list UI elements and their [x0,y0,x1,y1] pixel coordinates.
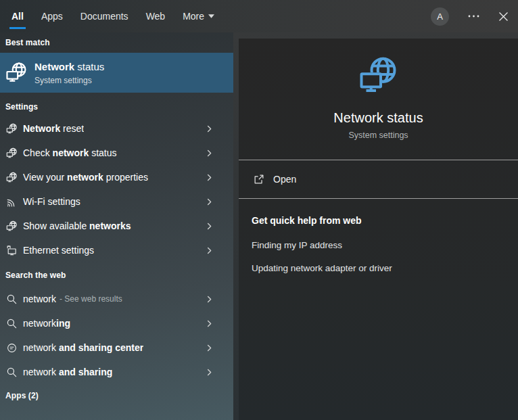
search-icon [6,294,18,305]
apps-section-header: Apps (2) [0,384,233,406]
result-suffix: - See web results [60,294,122,304]
preview-title: Network status [239,110,518,126]
tab-label: More [183,11,204,22]
result-row[interactable]: Show available networks [0,214,233,238]
best-match-result[interactable]: Network status System settings [0,53,233,93]
result-row[interactable]: Check network status [0,141,233,165]
best-match-header: Best match [0,32,233,53]
network-globe-icon [6,123,18,135]
tab-label: All [11,11,24,22]
result-label: networking [23,318,70,329]
result-row[interactable]: network- See web results [0,287,233,311]
result-row[interactable]: Ethernet settings [0,238,233,262]
quick-help-header: Get quick help from web [252,215,504,226]
settings-results: Network reset Check network status [0,116,233,262]
preview-card: Network status System settings Open Get … [239,39,518,420]
network-globe-icon [6,172,18,183]
result-label: View your network properties [23,172,148,183]
filter-tabs: AllAppsDocumentsWebMore [0,0,223,32]
chevron-right-icon[interactable] [205,344,214,352]
chevron-right-icon[interactable] [205,124,214,133]
suggestion-icon [6,342,18,354]
avatar[interactable]: A [431,7,449,26]
search-web-section-header: Search the web [0,262,233,287]
open-action-label: Open [273,174,296,185]
chevron-right-icon[interactable] [205,295,214,304]
close-icon[interactable] [498,11,509,22]
chevron-right-icon[interactable] [205,246,214,255]
tab-apps[interactable]: Apps [32,0,72,32]
network-globe-icon [6,147,18,159]
tab-label: Web [146,11,166,22]
search-filter-bar: AllAppsDocumentsWebMore A [0,0,518,32]
search-icon [6,318,18,329]
open-in-window-icon [253,173,265,185]
help-link[interactable]: Updating network adapter or driver [252,263,504,273]
result-row[interactable]: Wi-Fi settings [0,189,233,214]
result-row[interactable]: View your network properties [0,165,233,189]
result-row[interactable]: network and sharing center [0,335,233,360]
chevron-right-icon[interactable] [205,368,214,377]
tab-all[interactable]: All [3,0,32,32]
preview-subtitle: System settings [239,131,518,140]
chevron-down-icon [208,14,214,18]
help-link[interactable]: Finding my IP address [252,240,504,250]
results-panel: Best match Network status System setting… [0,32,233,420]
network-globe-icon [6,220,18,232]
ethernet-icon [6,245,18,256]
topbar-actions: A [431,0,518,32]
chevron-right-icon[interactable] [205,222,214,231]
settings-section-header: Settings [0,93,233,116]
result-label: network and sharing center [23,342,143,353]
tab-more[interactable]: More [174,0,223,32]
result-label: Wi-Fi settings [23,196,80,207]
result-label: network [23,294,56,304]
preview-panel: Network status System settings Open Get … [233,32,518,420]
chevron-right-icon[interactable] [205,173,214,182]
chevron-right-icon[interactable] [205,319,214,328]
result-label: network and sharing [23,367,112,377]
result-label: Check network status [23,147,117,158]
chevron-right-icon[interactable] [205,149,214,158]
tab-documents[interactable]: Documents [72,0,137,32]
network-globe-icon [358,55,399,96]
more-options-icon[interactable] [467,14,480,18]
search-flyout: AllAppsDocumentsWebMore A Best match Net [0,0,518,420]
best-match-title: Network status [34,61,104,73]
tab-label: Apps [41,11,63,22]
quick-help-section: Get quick help from web Finding my IP ad… [239,199,518,273]
result-row[interactable]: network and sharing [0,360,233,384]
result-label: Ethernet settings [23,245,94,256]
result-row[interactable]: Network reset [0,116,233,141]
preview-hero: Network status System settings [239,39,518,160]
web-results: network- See web results networking netw… [0,287,233,384]
wifi-icon [6,196,18,208]
result-row[interactable]: networking [0,311,233,335]
tab-label: Documents [80,11,128,22]
chevron-right-icon[interactable] [205,197,214,206]
best-match-subtitle: System settings [34,76,104,85]
open-action[interactable]: Open [239,160,518,198]
network-globe-icon [5,62,28,84]
quick-help-links: Finding my IP addressUpdating network ad… [252,240,504,273]
result-label: Network reset [23,123,84,134]
tab-web[interactable]: Web [137,0,174,32]
result-label: Show available networks [23,220,131,231]
search-icon [6,367,18,378]
